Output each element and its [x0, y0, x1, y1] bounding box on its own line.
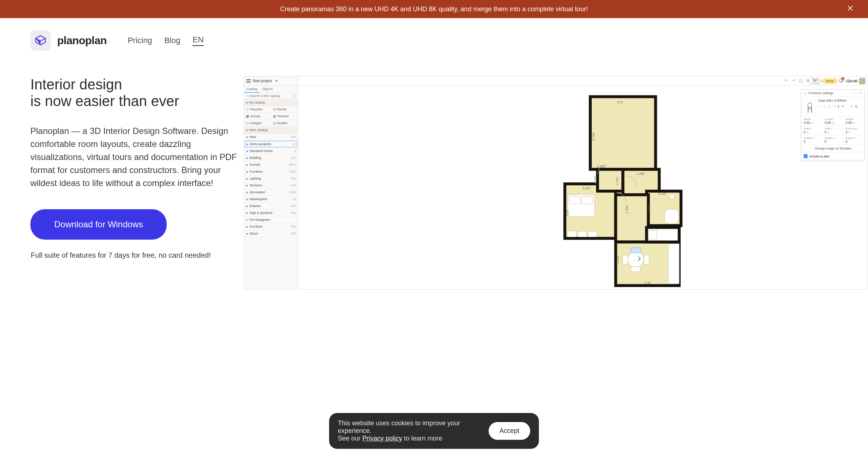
- logo-mark: [30, 30, 51, 51]
- floorplan[interactable]: 3,61 3,796 0,805 1,223 1,797 1,298 2,307…: [298, 86, 868, 289]
- category-row[interactable]: Mannequins16: [244, 196, 298, 203]
- field-height[interactable]: Height0.80m: [843, 117, 864, 126]
- nav-blog[interactable]: Blog: [164, 36, 180, 45]
- svg-text:0,805: 0,805: [597, 165, 605, 168]
- app-titlebar: New project: [244, 76, 298, 86]
- svg-point-25: [627, 252, 643, 267]
- category-row[interactable]: Exterior280: [244, 203, 298, 210]
- category-row[interactable]: Decoration1348: [244, 189, 298, 196]
- svg-text:1,298: 1,298: [636, 172, 644, 176]
- tab-objects[interactable]: Objects: [260, 86, 275, 93]
- svg-rect-45: [808, 107, 812, 108]
- info-icon[interactable]: [799, 79, 803, 84]
- svg-text:4,356: 4,356: [625, 205, 629, 214]
- favorite-icon[interactable]: ☆: [818, 105, 821, 109]
- quick-recent[interactable]: ◷ Recent: [271, 106, 298, 113]
- field-rotatex[interactable]: Rotate X0°: [801, 135, 822, 145]
- announcement-close-button[interactable]: [846, 4, 854, 14]
- minimize-icon[interactable]: —: [854, 91, 857, 95]
- svg-rect-19: [578, 231, 587, 237]
- quick-textures[interactable]: ▧ Textures: [271, 113, 298, 120]
- copy-icon[interactable]: ❐: [833, 105, 836, 109]
- flag-icon[interactable]: ⚑: [841, 105, 844, 109]
- field-shiftz[interactable]: Shift Z0m: [822, 126, 843, 135]
- quick-links: ☆ Favorites ◷ Recent ▦ Groups ▧ Textures…: [244, 106, 298, 127]
- category-list: New336Demo-projects10Standard rooms4Buil…: [244, 134, 298, 237]
- svg-rect-12: [616, 195, 648, 242]
- avatar[interactable]: [859, 78, 865, 84]
- settings-sliders-icon[interactable]: [293, 94, 296, 98]
- nav-pricing[interactable]: Pricing: [128, 36, 152, 45]
- svg-text:1,797: 1,797: [616, 177, 619, 185]
- checkbox-checked-icon[interactable]: [804, 154, 808, 158]
- svg-rect-44: [808, 103, 812, 108]
- cube-icon: [34, 34, 47, 47]
- quick-designs[interactable]: ▭ Designs: [244, 120, 271, 127]
- furniture-settings-panel: Furniture settings — ✕: [801, 89, 865, 160]
- info-small-icon[interactable]: ⓘ: [828, 105, 831, 109]
- category-row[interactable]: For Designers: [244, 216, 298, 223]
- field-length[interactable]: Lenght0.55m: [822, 117, 843, 126]
- account-strip: Trial14 days Store 5 Cabinet: [809, 77, 865, 85]
- svg-text:3,60: 3,60: [566, 210, 569, 216]
- menu-icon[interactable]: [246, 79, 251, 83]
- svg-rect-7: [590, 97, 656, 169]
- change-image-button[interactable]: Change image on floorplan: [801, 145, 864, 152]
- my-catalog-header: ▸ My catalog: [244, 99, 298, 106]
- notification-badge: 5: [841, 77, 844, 80]
- category-row[interactable]: Lighting286: [244, 175, 298, 182]
- svg-text:1,223: 1,223: [593, 176, 597, 185]
- field-width[interactable]: Width0.59m: [801, 117, 822, 126]
- svg-rect-28: [622, 255, 627, 265]
- announcement-banner: Create panoramas 360 in a new UHD 4K and…: [0, 0, 868, 18]
- download-button[interactable]: Download for Windows: [30, 209, 167, 240]
- category-row[interactable]: Technics186: [244, 182, 298, 189]
- field-rotatez[interactable]: Rotate Z0°: [822, 135, 843, 145]
- panel-header: Furniture settings — ✕: [801, 90, 864, 97]
- category-row[interactable]: Furniture3099: [244, 168, 298, 175]
- store-button[interactable]: Store: [823, 78, 836, 84]
- tab-catalog[interactable]: Catalog: [244, 86, 260, 93]
- canvas-area: ✦ ☼ Trial14 days Store 5 Cabinet: [298, 76, 868, 289]
- redo-icon[interactable]: [791, 79, 796, 84]
- quick-favorites[interactable]: ☆ Favorites: [244, 106, 271, 113]
- category-row[interactable]: Furnish2877: [244, 161, 298, 168]
- undo-icon[interactable]: [784, 79, 788, 84]
- item-actions: ☆ ▭ ⓘ ❐ ▮ ⚑ ↺ 🗑: [818, 105, 862, 109]
- delete-icon[interactable]: 🗑: [855, 105, 858, 109]
- category-row[interactable]: Furniture754: [244, 223, 298, 230]
- svg-rect-26: [631, 248, 640, 253]
- include-to-plan-row[interactable]: Include to plan: [801, 152, 864, 160]
- close-panel-icon[interactable]: ✕: [859, 91, 862, 95]
- close-icon: [846, 4, 854, 12]
- quick-groups[interactable]: ▦ Groups: [244, 113, 271, 120]
- language-switch[interactable]: EN: [192, 35, 204, 46]
- hero-lead: Planoplan — a 3D Interior Design Softwar…: [30, 125, 240, 190]
- catalog-tabs: Catalog Objects: [244, 86, 298, 93]
- cabinet-link[interactable]: Cabinet: [846, 79, 857, 83]
- search-input[interactable]: [250, 94, 293, 98]
- category-row[interactable]: Sign & Symbols220: [244, 210, 298, 216]
- dimensions-grid: Width0.59m Lenght0.55m Height0.80m Shift…: [801, 117, 864, 145]
- quick-models[interactable]: ◫ Models: [271, 120, 298, 127]
- field-overfloor[interactable]: Over floor0m: [843, 126, 864, 135]
- notifications-button[interactable]: 5: [838, 78, 843, 84]
- trial-badge[interactable]: Trial14 days: [809, 77, 821, 85]
- category-row[interactable]: Building523: [244, 155, 298, 161]
- svg-rect-23: [668, 244, 679, 284]
- reset-icon[interactable]: ↺: [850, 105, 853, 109]
- item-thumbnail: [804, 99, 816, 114]
- gear-icon: [804, 92, 807, 95]
- category-row[interactable]: New336: [244, 134, 298, 140]
- category-row[interactable]: Demo-projects10: [245, 141, 297, 147]
- category-row[interactable]: Decor286: [244, 230, 298, 237]
- duplicate-icon[interactable]: ▭: [823, 105, 826, 109]
- brand-logo[interactable]: planoplan: [30, 30, 107, 51]
- field-shiftx[interactable]: Shift X0m: [801, 126, 822, 135]
- trial-note: Full suite of features for 7 days for fr…: [30, 251, 211, 260]
- svg-rect-16: [569, 197, 580, 204]
- include-to-plan-label: Include to plan: [809, 155, 829, 158]
- field-rotatey[interactable]: Rotate Y0°: [843, 135, 864, 145]
- category-row[interactable]: Standard rooms4: [244, 148, 298, 155]
- lock-icon[interactable]: ▮: [838, 105, 839, 109]
